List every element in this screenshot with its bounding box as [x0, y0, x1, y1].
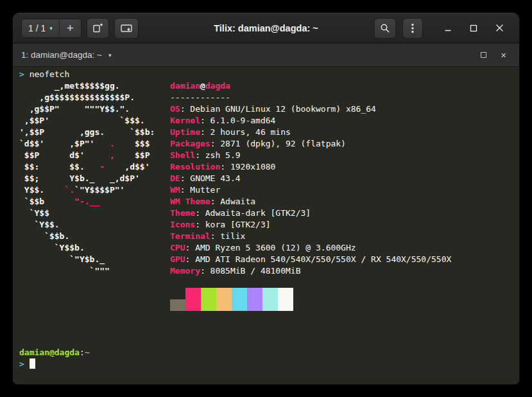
palette-swatch — [216, 299, 232, 311]
info-label: DE — [170, 173, 180, 183]
info-line: DE: GNOME 43.4 — [170, 173, 451, 184]
info-value: : Adwaita — [210, 197, 255, 206]
session-indicator: 1 / 1 — [28, 23, 46, 33]
info-at: @ — [200, 81, 205, 91]
add-session-button[interactable]: + — [59, 19, 81, 37]
terminal-maximize-button[interactable] — [481, 52, 486, 58]
palette-swatch — [247, 299, 262, 311]
prompt-arrow: > — [19, 69, 24, 79]
palette-swatch — [262, 299, 278, 311]
info-label: Icons — [170, 220, 195, 229]
palette-swatch — [278, 288, 293, 299]
terminal-new-right-icon — [92, 23, 103, 33]
new-session-right-button[interactable] — [87, 18, 109, 39]
terminal-color-palette — [170, 288, 519, 311]
new-session-down-button[interactable] — [114, 18, 139, 39]
prompt-arrow: > — [19, 359, 24, 369]
info-line: Memory: 8085MiB / 48100MiB — [170, 265, 451, 277]
info-label: Resolution — [170, 162, 220, 172]
palette-row-normal — [170, 288, 519, 299]
command-line: > neofetch — [19, 69, 519, 80]
close-button[interactable] — [491, 20, 508, 37]
info-line: Packages: 2871 (dpkg), 92 (flatpak) — [170, 138, 451, 150]
info-label: Theme — [170, 208, 195, 218]
info-value: : 6.1.0-9-amd64 — [200, 116, 275, 125]
info-value: : zsh 5.9 — [195, 150, 240, 160]
info-label: GPU — [170, 254, 185, 264]
palette-swatch — [201, 288, 216, 299]
info-value: : Mutter — [180, 185, 221, 195]
info-line: Kernel: 6.1.0-9-amd64 — [170, 115, 451, 127]
info-label: Memory — [170, 266, 200, 276]
palette-swatch — [216, 288, 232, 299]
info-value: : tilix — [210, 231, 246, 241]
palette-swatch — [232, 288, 247, 299]
info-value: : 2 hours, 46 mins — [200, 127, 291, 137]
info-line: Uptime: 2 hours, 46 mins — [170, 127, 451, 138]
info-line: GPU: AMD ATI Radeon 540/540X/550/550X / … — [170, 254, 451, 265]
prompt-colon: : — [80, 348, 85, 357]
info-line: Resolution: 1920x1080 — [170, 161, 451, 173]
info-value: : 1920x1080 — [220, 162, 275, 172]
close-icon: × — [501, 49, 506, 60]
plus-icon: + — [67, 21, 74, 35]
minimize-icon — [444, 24, 452, 32]
info-value: : 2871 (dpkg), 92 (flatpak) — [210, 139, 346, 148]
palette-swatch — [170, 299, 185, 311]
info-line: Shell: zsh 5.9 — [170, 150, 451, 161]
terminal-viewport[interactable]: > neofetch _,met$$$$$gg. ,g$$$$$$$$$$$$$… — [13, 67, 519, 384]
terminal-new-down-icon — [120, 23, 133, 33]
terminal-title-dropdown[interactable]: 1: damian@dagda: ~ ▾ — [13, 50, 111, 60]
info-label: OS — [170, 104, 180, 114]
session-pager-button[interactable]: 1 / 1 ▾ — [22, 19, 59, 37]
info-label: Shell — [170, 150, 195, 160]
info-line: Icons: kora [GTK2/3] — [170, 219, 451, 231]
system-info-column: damian@dagda ------------ OS: Debian GNU… — [170, 80, 451, 277]
search-icon — [380, 23, 390, 33]
tab-title: 1: damian@dagda: ~ — [21, 50, 102, 60]
kebab-menu-icon — [411, 23, 414, 33]
info-line: OS: Debian GNU/Linux 12 (bookworm) x86_6… — [170, 103, 451, 115]
terminal-close-button[interactable]: × — [501, 50, 506, 60]
palette-swatch — [262, 288, 278, 299]
tilix-window: 1 / 1 ▾ + — [13, 13, 519, 384]
info-entries: OS: Debian GNU/Linux 12 (bookworm) x86_6… — [170, 103, 451, 277]
palette-row-bright — [170, 299, 519, 311]
chevron-down-icon: ▾ — [49, 25, 53, 31]
info-label: CPU — [170, 243, 185, 252]
palette-swatch — [201, 299, 216, 311]
minimize-button[interactable] — [440, 20, 456, 37]
info-line: WM Theme: Adwaita — [170, 196, 451, 207]
info-label: Uptime — [170, 127, 200, 137]
info-label: Terminal — [170, 231, 210, 241]
session-button-group: 1 / 1 ▾ + — [21, 19, 82, 38]
palette-swatch — [185, 288, 201, 299]
palette-swatch — [185, 299, 201, 311]
info-user-host: damian@dagda — [170, 80, 451, 92]
screen: 1 / 1 ▾ + — [0, 0, 532, 397]
command-text: neofetch — [30, 69, 70, 79]
menu-button[interactable] — [402, 18, 423, 39]
info-label: WM Theme — [170, 197, 210, 206]
info-label: Kernel — [170, 116, 200, 125]
maximize-button[interactable] — [465, 20, 482, 37]
info-value: : kora [GTK2/3] — [195, 220, 270, 229]
info-line: Theme: Adwaita-dark [GTK2/3] — [170, 207, 451, 219]
prompt-path: ~ — [85, 348, 90, 357]
titlebar-left-controls: 1 / 1 ▾ + — [13, 18, 139, 39]
text-cursor — [30, 358, 35, 369]
info-line: Terminal: tilix — [170, 231, 451, 242]
info-value: : Adwaita-dark [GTK2/3] — [195, 208, 311, 218]
info-host: dagda — [205, 81, 230, 91]
info-value: : 8085MiB / 48100MiB — [200, 266, 301, 276]
palette-swatch — [278, 299, 293, 311]
chevron-down-icon: ▾ — [108, 52, 112, 58]
search-button[interactable] — [374, 18, 396, 39]
info-value: : AMD ATI Radeon 540/540X/550/550X / RX … — [185, 254, 451, 264]
palette-swatch — [247, 288, 262, 299]
info-label: Packages — [170, 139, 210, 148]
tab-controls: × — [481, 50, 519, 60]
shell-prompt-input-line: > — [19, 358, 519, 370]
palette-swatch — [232, 299, 247, 311]
titlebar: 1 / 1 ▾ + — [13, 13, 519, 44]
